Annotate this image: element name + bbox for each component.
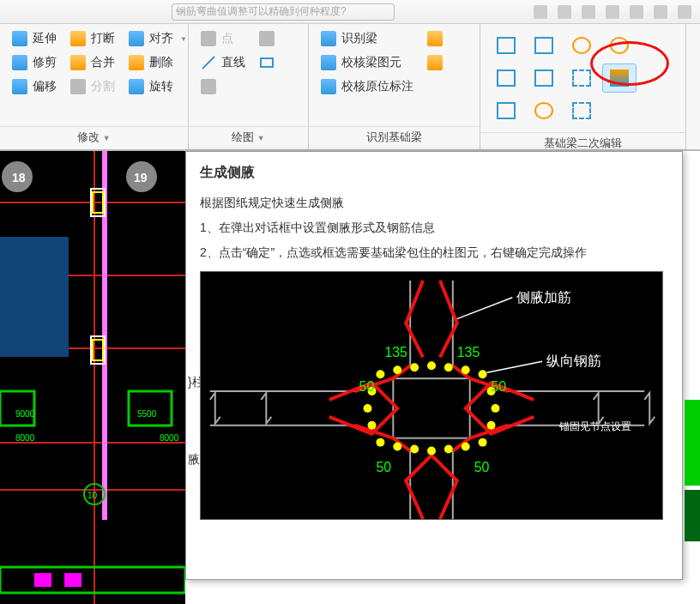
beam-aux2-icon	[427, 55, 443, 70]
svg-point-36	[427, 446, 436, 455]
svg-rect-19	[0, 567, 185, 593]
svg-text:侧腋加筋: 侧腋加筋	[516, 289, 571, 304]
sec-icon-3	[572, 37, 591, 54]
sec-icon-11	[572, 102, 591, 119]
btn-zhixian[interactable]: 直线	[197, 53, 249, 72]
trim-icon	[12, 55, 27, 70]
point-icon	[201, 31, 216, 46]
svg-point-41	[364, 403, 372, 412]
sec-btn-haunch[interactable]	[602, 63, 637, 93]
sec-icon-1	[497, 37, 516, 54]
svg-text:50: 50	[492, 379, 507, 394]
workspace: 18 19 10 9000 5500 8000 8000 生成侧腋 根据图纸规定…	[0, 151, 700, 604]
offset-icon	[12, 79, 27, 94]
sec-btn-7[interactable]	[564, 63, 599, 93]
btn-xiujian[interactable]: 修剪	[9, 53, 60, 72]
search-box[interactable]: 钢筋弯曲值调整可以精确到何种程度?	[172, 3, 395, 21]
btn-jiaoheyuan[interactable]: 校核原位标注	[317, 77, 417, 96]
svg-line-44	[457, 297, 513, 318]
skin-icon[interactable]	[534, 5, 547, 19]
canvas-right-edge2	[685, 490, 700, 541]
sec-btn-1[interactable]	[489, 31, 523, 60]
svg-point-23	[376, 370, 384, 378]
search-placeholder: 钢筋弯曲值调整可以精确到何种程度?	[176, 4, 347, 19]
canvas-right-edge	[685, 400, 700, 486]
ribbon: 延伸 修剪 偏移 打断 合并 分割 对齐▼ 删除 旋转 修改 ▼ 点 直线	[0, 24, 700, 151]
panel-secondary: 基础梁二次编辑	[480, 24, 686, 149]
tooltip-line2: 2、点击“确定”，点选或框选需要基础梁包住的柱图元，右键确定完成操作	[200, 242, 668, 263]
tooltip-diagram: 侧腋加筋 纵向钢筋 135 135 50 50 50 50 锚固见节点设置	[200, 271, 663, 520]
sec-btn-10[interactable]	[527, 96, 561, 125]
svg-rect-15	[129, 391, 172, 426]
btn-beam-aux1[interactable]	[424, 29, 446, 48]
sec-icon-5	[497, 69, 516, 87]
beam-aux1-icon	[427, 31, 443, 46]
btn-pianyi[interactable]: 偏移	[9, 77, 60, 96]
bell-icon[interactable]	[582, 5, 595, 19]
min-icon[interactable]	[678, 5, 691, 19]
btn-circle	[256, 29, 278, 48]
btn-daduan[interactable]: 打断	[67, 29, 118, 48]
svg-point-28	[462, 365, 470, 374]
svg-point-37	[410, 444, 419, 453]
svg-text:纵向钢筋: 纵向钢筋	[546, 353, 601, 368]
svg-point-35	[444, 444, 453, 453]
panel-beam: 识别梁 校核梁图元 校核原位标注 识别基础梁	[309, 24, 480, 149]
check-beam-icon	[321, 55, 336, 70]
grid-19: 19	[134, 171, 148, 184]
check-anno-icon	[321, 79, 336, 94]
svg-text:50: 50	[359, 379, 375, 394]
svg-point-31	[492, 403, 500, 412]
sec-icon-10	[534, 102, 553, 119]
sec-btn-9[interactable]	[489, 96, 523, 125]
user-icon[interactable]	[630, 5, 643, 19]
cloud-icon[interactable]	[558, 5, 571, 19]
rect-icon	[259, 55, 275, 70]
svg-line-0	[202, 57, 214, 69]
svg-point-24	[393, 365, 401, 374]
btn-jiaoheliang[interactable]: 校核梁图元	[317, 53, 417, 72]
svg-rect-22	[393, 378, 469, 438]
btn-shibie[interactable]: 识别梁	[317, 29, 417, 48]
sec-btn-11[interactable]	[564, 96, 599, 125]
panel-modify: 延伸 修剪 偏移 打断 合并 分割 对齐▼ 删除 旋转 修改 ▼	[0, 24, 189, 149]
sec-btn-3[interactable]	[564, 31, 599, 60]
btn-duiqi[interactable]: 对齐▼	[125, 29, 190, 48]
sec-btn-5[interactable]	[489, 63, 523, 93]
svg-rect-21	[64, 573, 81, 587]
sec-btn-4[interactable]	[602, 31, 637, 60]
grid-10: 10	[88, 491, 98, 500]
clock-icon[interactable]	[606, 5, 619, 19]
drawing-canvas[interactable]: 18 19 10 9000 5500 8000 8000	[0, 151, 185, 604]
btn-beam-aux2[interactable]	[424, 53, 446, 72]
arc-icon	[201, 79, 216, 94]
dim-5500: 5500	[137, 409, 157, 419]
sec-icon-2	[534, 37, 553, 54]
svg-point-32	[487, 420, 496, 429]
panel-beam-title: 识别基础梁	[309, 126, 480, 149]
line-icon	[201, 55, 216, 70]
svg-point-39	[376, 438, 384, 446]
delete-icon	[129, 55, 144, 70]
btn-yanshen[interactable]: 延伸	[9, 29, 60, 48]
svg-text:135: 135	[384, 345, 407, 359]
gift-icon[interactable]	[654, 5, 667, 19]
svg-text:50: 50	[474, 460, 490, 474]
btn-fenge: 分割	[67, 77, 118, 96]
sec-btn-6[interactable]	[527, 63, 561, 93]
tooltip-sub: 根据图纸规定快速生成侧腋	[200, 192, 668, 214]
svg-rect-9	[0, 237, 69, 357]
titlebar-icons	[534, 5, 700, 19]
svg-text:锚固见节点设置: 锚固见节点设置	[558, 420, 631, 432]
svg-point-26	[427, 361, 436, 370]
btn-xuanzhuan[interactable]: 旋转	[125, 77, 190, 96]
btn-hebing[interactable]: 合并	[67, 53, 118, 72]
sec-btn-2[interactable]	[527, 31, 561, 60]
grid-18: 18	[12, 171, 26, 184]
btn-shanchu[interactable]: 删除	[125, 53, 190, 72]
svg-point-34	[462, 442, 470, 450]
sec-icon-9	[497, 102, 516, 119]
panel-draw: 点 直线 绘图 ▼	[189, 24, 309, 149]
btn-rect[interactable]	[256, 53, 278, 72]
dim-8000b: 8000	[160, 433, 179, 443]
